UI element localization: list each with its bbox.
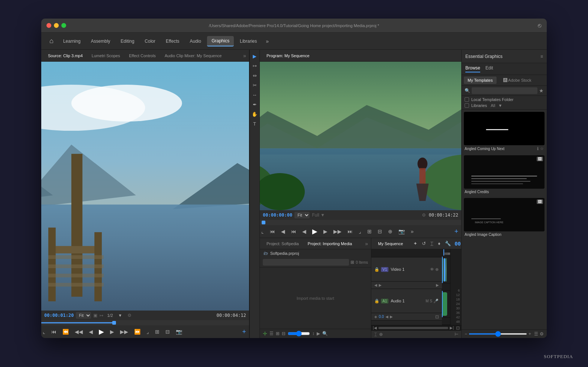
source-fraction-select[interactable]: ▼: [118, 313, 122, 318]
prog-camera[interactable]: 📷: [397, 228, 406, 235]
prog-next[interactable]: ⏭: [346, 228, 354, 235]
tab-project-softpedia[interactable]: Project: Softpedia: [263, 240, 303, 247]
tab-source-clip3[interactable]: Source: Clip 3.mp4: [44, 52, 87, 59]
source-timecode[interactable]: 00:00:01:20: [44, 313, 74, 318]
source-step-fwd[interactable]: ▶: [109, 328, 116, 335]
menu-item-graphics[interactable]: Graphics: [207, 36, 234, 46]
audio-clip[interactable]: [442, 292, 447, 316]
track-v1-arrow-left[interactable]: ◀: [374, 283, 377, 287]
prog-prev[interactable]: ⏮: [268, 228, 277, 235]
tab-lumetri-scopes[interactable]: Lumetri Scopes: [88, 52, 124, 59]
template-1-info-icon[interactable]: ℹ: [537, 146, 539, 151]
clip-2[interactable]: Clip 2: [445, 258, 447, 282]
source-step-forward[interactable]: ⏩: [133, 328, 142, 335]
timeline-scroll-thumb[interactable]: [378, 327, 449, 329]
eg-zoom-slider[interactable]: [469, 333, 527, 335]
template-1-star[interactable]: ☆: [540, 146, 544, 151]
clip-3[interactable]: Clip 3: [444, 258, 445, 282]
timeline-undo[interactable]: ↺: [420, 240, 427, 247]
tab-project-importing[interactable]: Project: Importing Media: [304, 240, 356, 247]
prog-lift[interactable]: ⊞: [366, 228, 373, 235]
tl-snap-icon[interactable]: ⌶: [374, 332, 377, 337]
tab-audio-clip-mixer[interactable]: Audio Clip Mixer: My Sequence: [161, 52, 225, 59]
new-bin-icon[interactable]: ✛: [263, 331, 267, 337]
eg-list-sort[interactable]: ☰: [534, 331, 538, 337]
eg-tab-edit[interactable]: Edit: [485, 65, 493, 72]
source-playhead[interactable]: [112, 321, 116, 325]
source-camera[interactable]: 📷: [174, 328, 184, 335]
source-camera-icon[interactable]: ⚙: [127, 313, 132, 318]
minimize-button[interactable]: [54, 23, 59, 28]
source-marker-icon[interactable]: ▣: [93, 313, 97, 318]
eg-menu-icon[interactable]: ≡: [540, 54, 543, 59]
project-search-input[interactable]: [263, 259, 349, 266]
menu-item-editing[interactable]: Editing: [116, 36, 139, 46]
source-mark-out[interactable]: ⌟: [145, 328, 151, 335]
program-timecode[interactable]: 00:00:00:00: [263, 212, 292, 218]
eg-checkbox-libraries[interactable]: [465, 103, 469, 108]
eg-subtab-my-templates[interactable]: My Templates: [464, 77, 497, 84]
timeline-snap[interactable]: ⌶: [429, 240, 435, 247]
track-v1-lock[interactable]: 🔒: [374, 267, 379, 272]
track-a1-arrow-left[interactable]: ◀: [385, 315, 388, 319]
track-a1-end-btn[interactable]: ⊡: [435, 314, 439, 319]
eg-libraries-dropdown[interactable]: ▼: [498, 103, 502, 108]
timeline-scroll-right[interactable]: ▶|: [450, 326, 454, 330]
eg-checkbox-local[interactable]: [465, 97, 469, 102]
tab-program-sequence[interactable]: Program: My Sequence: [263, 52, 313, 59]
source-next-edit[interactable]: ▶▶: [119, 328, 130, 335]
timeline-end-button[interactable]: ⊡: [456, 325, 460, 331]
source-step-back[interactable]: ⏪: [61, 328, 70, 335]
razor-tool-button[interactable]: ✂: [251, 81, 259, 89]
list-view-icon[interactable]: ☰: [269, 331, 274, 336]
hand-tool-button[interactable]: ✋: [251, 110, 259, 118]
menu-item-color[interactable]: Color: [140, 36, 160, 46]
prog-mark-in[interactable]: ⌞: [260, 228, 265, 235]
tl-jump-end[interactable]: ⊢: [455, 332, 458, 337]
maximize-button[interactable]: [61, 23, 66, 28]
eg-subtab-adobe-stock[interactable]: 🅰 Adobe Stock: [500, 77, 535, 84]
track-v1-content[interactable]: Clip 1 Clip 3 Clip 2: [442, 257, 450, 283]
eg-zoom-in[interactable]: +: [529, 331, 531, 337]
track-a1-arrow-right[interactable]: ▶: [390, 315, 393, 319]
prog-insert-frame[interactable]: ⊕: [387, 228, 394, 235]
template-angled-coming-up[interactable]: Angled Coming Up Next ℹ ☆: [464, 112, 545, 152]
track-v1-sync[interactable]: ⊕: [435, 267, 439, 272]
program-timeline-bar[interactable]: [260, 220, 461, 225]
source-step-rev[interactable]: ◀: [87, 328, 94, 335]
search-icon[interactable]: 🔍: [322, 331, 328, 336]
menu-item-libraries[interactable]: Libraries: [235, 36, 261, 46]
timeline-scroll-left[interactable]: |◀: [373, 326, 377, 330]
menu-item-assembly[interactable]: Assembly: [87, 36, 115, 46]
menu-item-audio[interactable]: Audio: [185, 36, 206, 46]
timeline-marker[interactable]: ♦: [436, 240, 442, 247]
track-a1-content[interactable]: [442, 291, 450, 318]
icon-view-icon[interactable]: ⊞: [276, 331, 280, 336]
home-button[interactable]: ⌂: [46, 36, 57, 46]
eg-tab-browse[interactable]: Browse: [465, 65, 480, 72]
source-fit-select[interactable]: Fit: [76, 312, 91, 319]
prog-step-fwd[interactable]: ▶: [322, 228, 329, 235]
program-wrench-icon[interactable]: ⚙: [422, 212, 426, 218]
prog-extract[interactable]: ⊟: [376, 228, 384, 235]
prog-step-rev[interactable]: ◀: [301, 228, 308, 235]
menu-more-icon[interactable]: »: [263, 37, 272, 46]
track-a1-s[interactable]: S: [430, 299, 432, 303]
eg-zoom-out[interactable]: −: [465, 331, 467, 337]
track-select-tool-button[interactable]: ↦: [251, 62, 259, 70]
tab-my-sequence[interactable]: My Sequence: [374, 240, 407, 247]
track-a1-mic[interactable]: 🎤: [433, 299, 439, 303]
sort-icon[interactable]: ↕: [312, 331, 314, 336]
source-tabs-more[interactable]: »: [243, 53, 246, 59]
timeline-wrench[interactable]: 🔧: [443, 240, 452, 247]
program-fit-select[interactable]: Fit: [294, 212, 310, 218]
track-v1-eye[interactable]: 👁: [430, 267, 434, 272]
prog-play-pause[interactable]: ▶: [311, 227, 319, 236]
text-tool-button[interactable]: T: [251, 120, 259, 128]
zoom-slider[interactable]: [288, 331, 310, 337]
prog-back[interactable]: ◀: [280, 228, 287, 235]
track-v1-arrow-right2[interactable]: ▶: [436, 283, 439, 287]
eg-search-input[interactable]: [472, 87, 537, 94]
ripple-edit-tool-button[interactable]: ⇔: [251, 71, 259, 79]
prog-prev-edit[interactable]: ⏮: [290, 228, 298, 235]
